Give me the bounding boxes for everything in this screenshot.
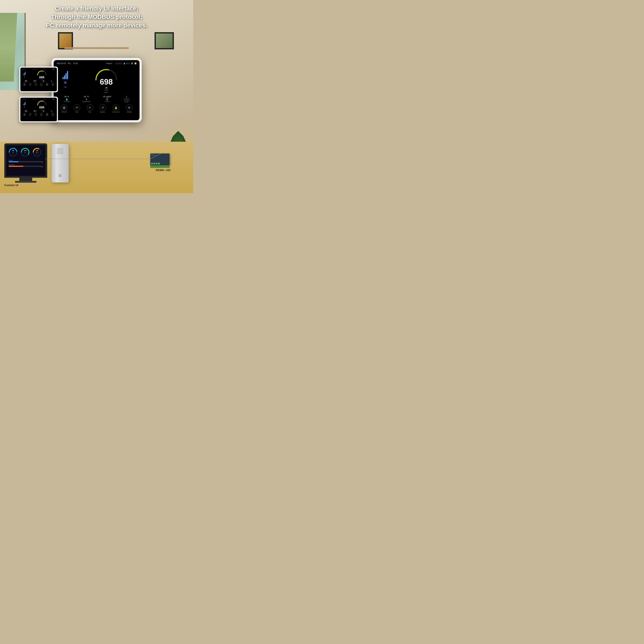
mac-humidity-row: Humidity 29% (9, 160, 43, 163)
sm-ctrl-offon-1[interactable]: ⏻ OFF/ON (23, 83, 26, 86)
bypass-label: Bypass (100, 111, 105, 113)
mac-pm25-gauge: 25 PM2.5 (32, 147, 43, 158)
pm25-label: PM2.5 (105, 101, 109, 102)
mac-gauges-row: 34 VOC 174 CO2 (8, 147, 44, 158)
sm-humidity-2: 48% Humidity (25, 110, 27, 112)
sm-co2-lbl-2: CO2ppm (41, 109, 43, 111)
fan-bar-1 (62, 77, 64, 79)
mac-screen-frame: 34 VOC 174 CO2 (4, 143, 47, 178)
ctrl-childlock[interactable]: 🔒 Child Lock (112, 104, 120, 113)
sm-temp-2: 26°C Temp (33, 110, 36, 112)
sm-tvoc-1: 1 TVOC (51, 80, 52, 82)
sm-fan-2: ✳ Fan (22, 100, 27, 110)
svg-text:VOC: VOC (12, 152, 14, 153)
sm-ctrl-lock-2[interactable]: 🔒 Chld Lck (46, 113, 49, 116)
sm-ctrl-offon-2[interactable]: ⏻ OFF/ON (23, 113, 26, 116)
battery-icon: 🔋 (131, 62, 133, 64)
fan-label: Fan (64, 86, 67, 88)
fan-icon: ✳ (64, 80, 67, 85)
small-screen-2: 2022-04-25 Thu. 10:32 🌡19 °C 💧48 % ✳ Fan (20, 98, 57, 121)
sm-fan-icon-1: ✳ (24, 75, 25, 77)
sm-ctrl-set-2[interactable]: ⚙ Setting (52, 113, 54, 116)
custom-ui-label: Custom UI (4, 184, 47, 187)
ctrl-setting[interactable]: ⚙ Setting (126, 104, 132, 113)
co2-cloud-icon: ☁ (105, 86, 108, 89)
mac-display: 34 VOC 174 CO2 (6, 146, 45, 176)
sm-ctrl-fan-2[interactable]: ✳ Fan (35, 113, 37, 116)
outdoor-info: Outdoor 🌡 19 °C 💧 48 % 🔋 📶 (106, 62, 137, 64)
sm-pm25-2: 25 PM2.5 (43, 110, 45, 112)
header-title: Create a friendly UI interface; Through … (21, 4, 172, 30)
mac-base (15, 181, 36, 183)
pm25-icon: 🌫 (106, 98, 108, 100)
fan-section: ✳ Fan (57, 65, 74, 93)
sm-controls-1: ⏻ OFF/ON ⟳ Auto ✳ Fan ↺ Bypass 🔒 Chld Lc… (22, 83, 56, 86)
sm-ctrl-auto-1[interactable]: ⟳ Auto (29, 83, 31, 86)
ctrl-offon[interactable]: ⏻ OFF/ON (61, 104, 67, 113)
rs485-device: DTech RS485---232 (150, 153, 176, 172)
fan-ctrl-label: Fan (89, 111, 91, 113)
co2-unit: ☁ CO2 ppm (100, 86, 113, 93)
offon-label: OFF/ON (61, 111, 67, 113)
sm-controls-2: ⏻ OFF/ON ⟳ Auto ✳ Fan ↺ Bypass 🔒 Chld Lc… (22, 113, 56, 116)
mac-humidity-label: Humidity (9, 160, 43, 161)
sm-ctrl-bypass-2[interactable]: ↺ Bypass (40, 113, 43, 116)
small-device-1: 2022-04-25 Thu. 10:32 🌡19 °C 💧48 % ✳ Fan (19, 67, 58, 92)
sm-main-1: ✳ Fan 698 CO2ppm (22, 70, 56, 80)
ctrl-bypass[interactable]: ↺ Bypass (100, 104, 106, 113)
setting-icon: ⚙ (126, 104, 132, 111)
tvoc-label: TVOC (125, 101, 129, 103)
sm-co2-val-1: 698 (39, 76, 44, 79)
sm-ctrl-lock-1[interactable]: 🔒 Chld Lck (46, 83, 49, 86)
sm-temp-1: 26°C Temp (33, 80, 36, 82)
sm-ctrl-set-1[interactable]: ⚙ Setting (52, 83, 54, 86)
svg-text:PM2.5: PM2.5 (36, 152, 39, 153)
tvoc-icon: VOC (124, 98, 129, 101)
sm-co2-val-2: 698 (39, 106, 44, 109)
bypass-icon: ↺ (100, 104, 106, 111)
temperature-metric: 26 °C 🌡 Temperature (82, 94, 91, 103)
sm-tvoc-2: 1 TVOC (51, 110, 52, 112)
wall-frame-right (155, 32, 174, 49)
svg-text:174: 174 (24, 150, 26, 151)
mac-metrics-section: Humidity 29% Temperature 43% (8, 160, 44, 168)
sm-pm25-1: 25 PM2.5 (43, 80, 45, 82)
pm25-metric: 25 μg/m³ 🌫 PM2.5 (103, 94, 111, 103)
ctrl-fan[interactable]: ✳ Fan (87, 104, 93, 113)
auto-icon: ⟳ (74, 104, 80, 111)
pm25-value: 25 μg/m³ (103, 94, 111, 98)
fan-ctrl-icon: ✳ (87, 104, 93, 111)
sm-gauge-2 (36, 99, 47, 106)
tvoc-metric: 1 VOC TVOC (124, 94, 129, 103)
rs485-ports (151, 163, 160, 164)
tower-grille (57, 148, 63, 155)
device-main-display: ✳ Fan (57, 65, 137, 93)
outdoor-temp: 🌡 19 °C (115, 62, 122, 64)
sm-ctrl-fan-1[interactable]: ✳ Fan (35, 83, 37, 86)
humidity-metric: 48 % 💧 Humidity (64, 94, 70, 103)
device-header: 2022-04-25 Thu. 10:32 Outdoor 🌡 19 °C 💧 … (57, 62, 137, 64)
device-date: 2022-04-25 Thu. 10:32 (57, 62, 78, 64)
rs485-box: DTech (150, 153, 170, 165)
rs485-brand-logo: DTech (151, 154, 156, 156)
ctrl-auto[interactable]: ⟳ Auto (74, 104, 80, 113)
rs485-terminal (150, 165, 170, 168)
mac-temp-label: Temperature (9, 164, 43, 166)
mac-co2-gauge: 174 CO2 (20, 147, 30, 158)
tvoc-value: 1 (126, 94, 127, 98)
fan-bar-4 (67, 71, 68, 79)
sm-humidity-1: 48% Humidity (25, 80, 27, 82)
co2-value-area: 698 ☁ CO2 ppm (100, 78, 113, 93)
fan-bar-2 (64, 75, 65, 79)
wifi-icon: 📶 (134, 62, 137, 64)
sm-ctrl-bypass-1[interactable]: ↺ Bypass (40, 83, 43, 86)
sm-ctrl-auto-2[interactable]: ⟳ Auto (29, 113, 31, 116)
sm-metrics-2: 48% Humidity 26°C Temp 25 PM2.5 1 TVOC (22, 110, 56, 112)
outdoor-humid: 💧 48 % (123, 62, 130, 64)
svg-line-4 (113, 70, 113, 71)
mac-temp-row: Temperature 43% (9, 164, 43, 168)
svg-text:25: 25 (36, 150, 38, 151)
mac-temp-val: 43% (9, 167, 43, 168)
controls-row: ⏻ OFF/ON ⟳ Auto ✳ Fan ↺ Bypass 🔒 Child L… (57, 104, 137, 113)
sm-fan-icon-2: ✳ (24, 105, 25, 107)
